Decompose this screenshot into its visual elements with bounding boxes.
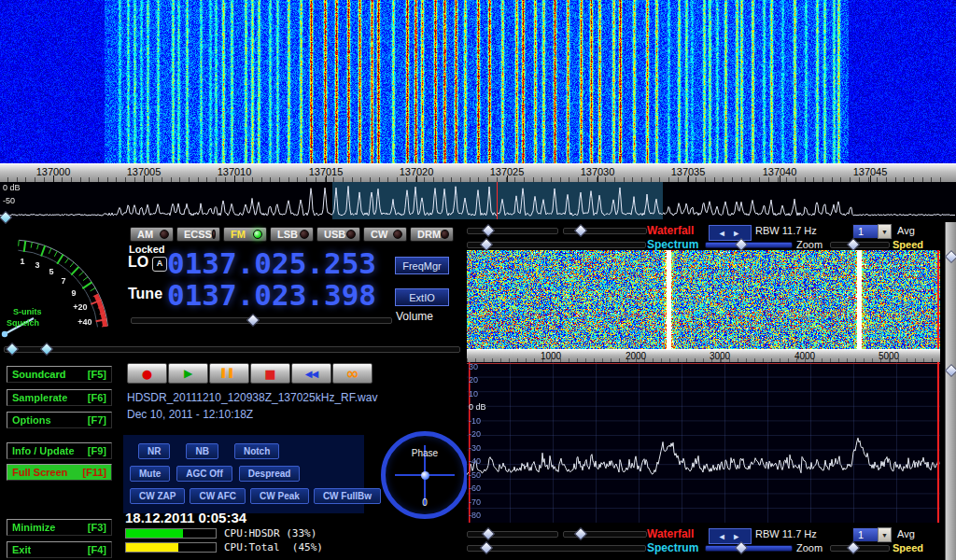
recording-filename: HDSDR_20111210_120938Z_137025kHz_RF.wav bbox=[127, 391, 377, 404]
waterfall-tab-label-top[interactable]: Waterfall bbox=[647, 224, 694, 237]
cw-fullbw-button[interactable]: CW FullBw bbox=[314, 488, 381, 504]
despread-button[interactable]: Despread bbox=[239, 466, 301, 482]
slider-thumb[interactable] bbox=[574, 527, 587, 540]
fullscreen-button[interactable]: Full Screen[F11] bbox=[7, 464, 112, 481]
agc-off-button[interactable]: AGC Off bbox=[176, 466, 232, 482]
dropdown-arrow-icon[interactable]: ▼ bbox=[878, 527, 892, 542]
mode-button-drm[interactable]: DRM bbox=[410, 227, 454, 242]
cpu-hdsdr-label: CPU:HDSDR (33%) bbox=[224, 527, 316, 539]
menu-label: Info / Update bbox=[12, 445, 75, 456]
waterfall-contrast-slider-top[interactable] bbox=[563, 228, 647, 234]
play-button[interactable]: ▶ bbox=[168, 363, 208, 384]
mode-button-cw[interactable]: CW bbox=[363, 227, 407, 242]
avg-select-bottom[interactable]: 1 ▼ bbox=[852, 527, 892, 542]
squelch-slider[interactable] bbox=[4, 346, 460, 353]
avg-label-top: Avg bbox=[897, 225, 915, 236]
recording-timestamp: Dec 10, 2011 - 12:10:18Z bbox=[127, 408, 253, 421]
soundcard-button[interactable]: Soundcard[F5] bbox=[7, 366, 112, 383]
pause-button[interactable]: ▌▌ bbox=[209, 363, 249, 384]
avg-select-top[interactable]: 1 ▼ bbox=[852, 224, 892, 239]
slider-thumb[interactable] bbox=[480, 541, 493, 554]
mute-button[interactable]: Mute bbox=[130, 466, 170, 482]
notch-button[interactable]: Notch bbox=[234, 443, 279, 459]
freqmgr-button[interactable]: FreqMgr bbox=[395, 257, 449, 274]
exit-button[interactable]: Exit[F4] bbox=[7, 541, 112, 558]
zoom-slider-bottom[interactable] bbox=[705, 545, 793, 552]
lo-a-badge[interactable]: A bbox=[152, 257, 167, 272]
audio-spectrum[interactable] bbox=[467, 362, 940, 523]
lo-label: LO bbox=[128, 254, 148, 271]
slider-thumb[interactable] bbox=[482, 224, 495, 237]
record-icon: ● bbox=[142, 367, 152, 381]
mode-button-fm[interactable]: FM bbox=[223, 227, 267, 242]
tune-frequency-display[interactable]: 0137.023.398 bbox=[167, 280, 376, 310]
extio-button[interactable]: ExtIO bbox=[395, 288, 449, 306]
main-spectrum-canvas[interactable] bbox=[0, 182, 956, 219]
s-meter-label: 3 bbox=[35, 260, 39, 270]
minimize-button[interactable]: Minimize[F3] bbox=[7, 519, 112, 536]
mode-button-am[interactable]: AM bbox=[130, 227, 174, 242]
volume-thumb[interactable] bbox=[246, 314, 260, 327]
speed-slider-top[interactable] bbox=[830, 242, 890, 248]
slider-thumb[interactable] bbox=[847, 238, 860, 251]
rewind-icon: ◀◀ bbox=[305, 369, 317, 379]
waterfall-contrast-slider-bottom[interactable] bbox=[563, 531, 647, 538]
nb-button[interactable]: NB bbox=[186, 443, 218, 459]
rewind-button[interactable]: ◀◀ bbox=[291, 363, 331, 384]
audio-frequency-scale[interactable]: 1000 2000 3000 4000 5000 bbox=[467, 349, 940, 362]
cpu-total-label: CPU:Total (45%) bbox=[224, 541, 323, 553]
spectrum-gain-thumb[interactable] bbox=[945, 364, 956, 377]
s-meter-label: 7 bbox=[61, 276, 65, 286]
volume-slider[interactable] bbox=[131, 317, 392, 324]
s-meter-label: 1 bbox=[20, 257, 24, 266]
options-button[interactable]: Options[F7] bbox=[7, 412, 112, 428]
tune-label: Tune bbox=[128, 286, 162, 302]
samplerate-button[interactable]: Samplerate[F6] bbox=[7, 389, 112, 406]
loop-button[interactable]: ∞ bbox=[332, 363, 373, 384]
dropdown-arrow-icon[interactable]: ▼ bbox=[878, 224, 892, 239]
waterfall-tab-label-bottom[interactable]: Waterfall bbox=[647, 527, 694, 540]
waterfall-brightness-slider-top[interactable] bbox=[467, 228, 558, 234]
slider-thumb[interactable] bbox=[482, 527, 495, 540]
avg-label-bottom: Avg bbox=[897, 528, 915, 539]
squelch-thumb-low[interactable] bbox=[6, 343, 19, 356]
spectrum-tab-label-bottom[interactable]: Spectrum bbox=[647, 541, 698, 554]
slider-thumb[interactable] bbox=[574, 224, 587, 237]
s-meter-plus40-label: +40 bbox=[77, 317, 91, 327]
mode-button-usb[interactable]: USB bbox=[316, 227, 360, 242]
play-icon: ▶ bbox=[184, 367, 192, 380]
menu-label: Exit bbox=[12, 544, 31, 555]
slider-thumb[interactable] bbox=[480, 238, 493, 251]
speed-slider-bottom[interactable] bbox=[830, 545, 890, 552]
menu-label: Samplerate bbox=[12, 392, 67, 403]
band-shift-spinner-top[interactable]: ◄ ► bbox=[709, 225, 752, 241]
cw-afc-button[interactable]: CW AFC bbox=[190, 488, 246, 504]
mode-button-lsb[interactable]: LSB bbox=[270, 227, 314, 242]
info-update-button[interactable]: Info / Update[F9] bbox=[7, 442, 112, 459]
slider-thumb[interactable] bbox=[847, 541, 860, 554]
lo-frequency-display[interactable]: 0137.025.253 bbox=[167, 248, 376, 278]
zoom-label-top: Zoom bbox=[796, 239, 822, 250]
stop-button[interactable]: ■ bbox=[250, 363, 290, 384]
main-waterfall[interactable] bbox=[0, 0, 956, 163]
phase-indicator[interactable]: Phase 0 bbox=[381, 431, 469, 519]
mode-button-ecss[interactable]: ECSS bbox=[176, 227, 220, 242]
record-button[interactable]: ● bbox=[127, 363, 167, 384]
band-shift-spinner-bottom[interactable]: ◄ ► bbox=[709, 528, 752, 544]
nr-button[interactable]: NR bbox=[138, 443, 170, 459]
audio-waterfall[interactable] bbox=[467, 250, 940, 349]
db-label-top: 0 dB bbox=[3, 183, 21, 192]
frequency-scale[interactable]: 137000 137005 137010 137015 137020 13702… bbox=[0, 163, 956, 182]
squelch-thumb-high[interactable] bbox=[40, 343, 53, 356]
spectrum-tab-label-top[interactable]: Spectrum bbox=[647, 238, 698, 251]
waterfall-brightness-slider-bottom[interactable] bbox=[467, 531, 558, 538]
cw-zap-button[interactable]: CW ZAP bbox=[130, 488, 185, 504]
right-slider-strip[interactable] bbox=[945, 222, 956, 560]
main-spectrum[interactable]: 0 dB -50 bbox=[0, 182, 956, 219]
zoom-slider-top[interactable] bbox=[705, 242, 793, 248]
waterfall-gain-thumb[interactable] bbox=[945, 250, 956, 263]
spectrum-range-slider-bottom[interactable] bbox=[467, 545, 646, 552]
cw-peak-button[interactable]: CW Peak bbox=[250, 488, 309, 504]
spectrum-range-slider-top[interactable] bbox=[467, 242, 646, 248]
menu-label: Options bbox=[12, 414, 51, 426]
